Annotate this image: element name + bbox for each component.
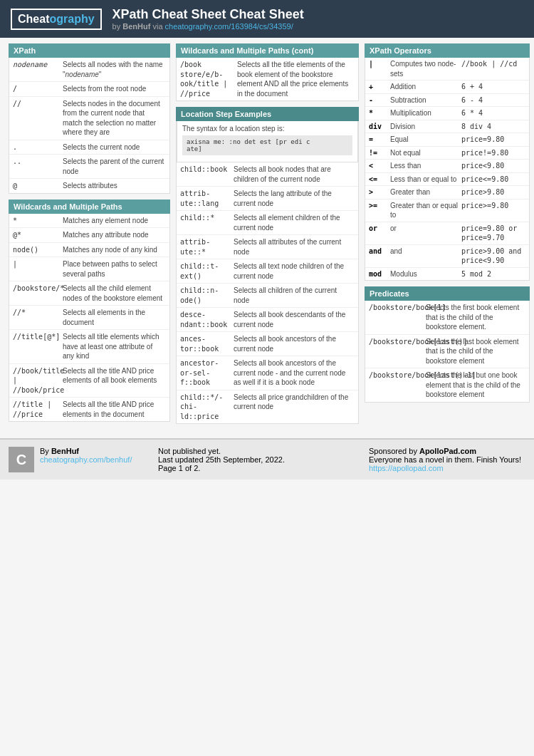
- wildcards-section: Wildcards and Multiple Paths * Matches a…: [9, 200, 170, 423]
- table-row: /bookstore/book[last()] Selects the last…: [365, 335, 529, 369]
- author-name: BenHuf: [51, 447, 79, 455]
- table-row: /bookstore/book[1] Selects the first boo…: [365, 301, 529, 335]
- table-row: //book/title | //book/price Selects all …: [9, 364, 169, 398]
- table-row: node() Matches any node of any kind: [9, 243, 169, 258]
- wildcards-cont-body: /book store/e/b­ook/title | //price Sele…: [176, 58, 359, 101]
- sponsor-link[interactable]: https://apollopad.com: [369, 464, 444, 472]
- page-subtitle: by BenHuf via cheatography.com/163984/cs…: [112, 22, 304, 31]
- wildcards-cont-section: Wildcards and Multiple Paths (cont) /boo…: [176, 43, 359, 101]
- table-row: attrib­ute::lang Selects the lang attrib…: [177, 187, 358, 211]
- footer-info: Not published yet. Last updated 25th Sep…: [158, 447, 362, 472]
- table-row: | Place between paths to select several …: [9, 257, 169, 281]
- operators-section-header: XPath Operators: [365, 43, 530, 58]
- table-row: - Subtraction 6 - 4: [365, 94, 529, 108]
- header-title: XPath Cheat Sheet Cheat Sheet by BenHuf …: [112, 7, 304, 31]
- main-content: XPath nodename Selects all nodes with th…: [0, 38, 534, 435]
- table-row: child::book Selects all book nodes that …: [177, 162, 358, 187]
- footer-page: Page 1 of 2.: [158, 464, 362, 472]
- table-row: @* Matches any attribute node: [9, 228, 169, 243]
- sponsor-name: ApolloPad.com: [419, 447, 476, 455]
- wildcards-section-header: Wildcards and Multiple Paths: [9, 200, 170, 214]
- predicates-section-header: Predicates: [365, 286, 530, 301]
- column-2: Wildcards and Multiple Paths (cont) /boo…: [173, 43, 362, 430]
- table-row: child::n­ode() Selects all children of t…: [177, 284, 358, 308]
- table-row: ances­tor::boo­k Selects all book ancest…: [177, 332, 358, 356]
- table-row: < Less than price<9.80: [365, 160, 529, 173]
- table-row: /book store/e/b­ook/title | //price Sele…: [177, 58, 358, 100]
- table-row: != Not equal price!=9.80: [365, 147, 529, 160]
- footer-status: Not published yet.: [158, 447, 362, 455]
- table-row: >= Greater than or equal to price>=9.80: [365, 200, 529, 222]
- footer-sponsor: Sponsored by ApolloPad.com Everyone has …: [369, 447, 525, 472]
- table-row: //* Selects all elements in the document: [9, 306, 169, 330]
- table-row: mod Modulus 5 mod 2: [365, 268, 529, 281]
- footer: C By BenHuf cheatography.com/benhuf/ Not…: [0, 438, 534, 480]
- location-intro: The syntax for a location step is: axisn…: [177, 121, 358, 162]
- author-icon: C: [9, 447, 34, 472]
- table-row: @ Selects attributes: [9, 179, 169, 193]
- table-row: child::* Selects all element children of…: [177, 211, 358, 235]
- table-row: child::t­ext() Selects all text node chi…: [177, 259, 358, 284]
- table-row: * Matches any element node: [9, 214, 169, 229]
- location-section-header: Location Step Examples: [176, 107, 359, 121]
- table-row: | Computes two node-sets //book | //cd: [365, 58, 529, 81]
- table-row: /bookstore/* Selects all the child eleme…: [9, 281, 169, 306]
- page-title: XPath Cheat Sheet Cheat Sheet: [112, 7, 304, 22]
- table-row: /bookstore/book[last()-1] Selects the la…: [365, 368, 529, 402]
- operators-section-body: | Computes two node-sets //book | //cd +…: [365, 58, 530, 281]
- author-link[interactable]: cheatography.com/benhuf/: [40, 455, 132, 464]
- logo: Cheatography: [11, 9, 102, 30]
- column-1: XPath nodename Selects all nodes with th…: [6, 43, 173, 430]
- code-block: axisna me: :no det est [pr edi cate]: [182, 135, 352, 155]
- table-row: <= Less than or equal to price<=9.80: [365, 173, 529, 187]
- table-row: > Greater than price>9.80: [365, 186, 529, 200]
- operators-section: XPath Operators | Computes two node-sets…: [365, 43, 530, 281]
- table-row: child::*/­chi­ld::pric­e Selects all pri…: [177, 390, 358, 424]
- table-row: //title[@*] Selects all title elements w…: [9, 330, 169, 364]
- table-row: div Division 8 div 4: [365, 120, 529, 134]
- sponsor-text: Everyone has a novel in them. Finish You…: [369, 455, 525, 464]
- table-row: // Selects nodes in the document from th…: [9, 97, 169, 140]
- xpath-section-header: XPath: [9, 43, 170, 58]
- wildcards-cont-header: Wildcards and Multiple Paths (cont): [176, 43, 359, 58]
- table-row: and and price>9.00 and price<9.90: [365, 245, 529, 268]
- table-row: or or price=9.80 or price=9.70: [365, 222, 529, 245]
- xpath-section-body: nodename Selects all nodes with the name…: [9, 58, 170, 194]
- table-row: desce­ndant::book Selects all book desce…: [177, 308, 358, 332]
- predicates-section-body: /bookstore/book[1] Selects the first boo…: [365, 301, 530, 403]
- wildcards-section-body: * Matches any element node @* Matches an…: [9, 214, 170, 423]
- column-3: XPath Operators | Computes two node-sets…: [362, 43, 533, 430]
- header: Cheatography XPath Cheat Sheet Cheat She…: [0, 0, 534, 38]
- table-row: .. Selects the parent of the current nod…: [9, 155, 169, 179]
- predicates-section: Predicates /bookstore/book[1] Selects th…: [365, 286, 530, 403]
- table-row: * Multiplication 6 * 4: [365, 107, 529, 120]
- table-row: //title | //price Selects all the title …: [9, 398, 169, 421]
- header-link[interactable]: cheatography.com/163984/cs/34359/: [165, 22, 293, 31]
- table-row: + Addition 6 + 4: [365, 81, 529, 94]
- footer-author: C By BenHuf cheatography.com/benhuf/: [9, 447, 151, 472]
- table-row: nodename Selects all nodes with the name…: [9, 58, 169, 82]
- location-section-body: The syntax for a location step is: axisn…: [176, 121, 359, 424]
- xpath-section: XPath nodename Selects all nodes with th…: [9, 43, 170, 194]
- table-row: = Equal price=9.80: [365, 133, 529, 147]
- table-row: ances­tor-or-­sel­f::book Selects all bo…: [177, 356, 358, 390]
- location-section: Location Step Examples The syntax for a …: [176, 107, 359, 424]
- table-row: attrib­ute::* Selects all attributes of …: [177, 235, 358, 259]
- table-row: / Selects from the root node: [9, 82, 169, 97]
- table-row: . Selects the current node: [9, 140, 169, 155]
- footer-updated: Last updated 25th September, 2022.: [158, 455, 362, 464]
